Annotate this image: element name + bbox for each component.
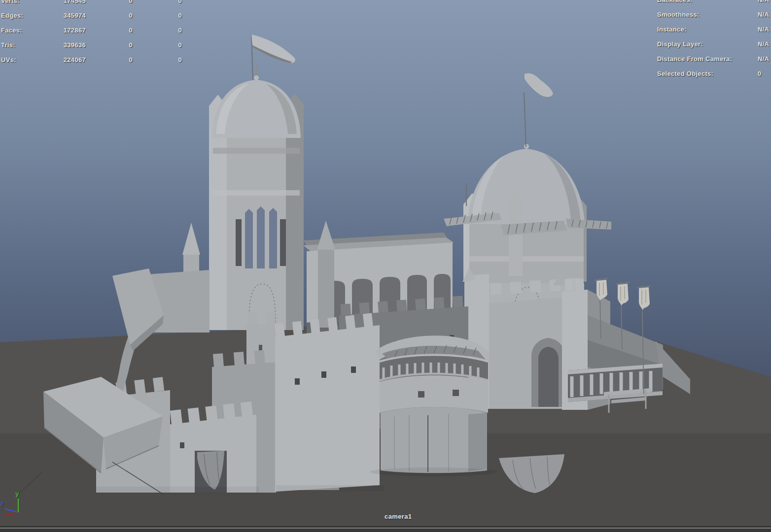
hud-row-distance: Distance From Camera: N/A [657, 52, 771, 66]
display-layer-value: N/A [758, 40, 769, 48]
tris-label: Tris: [1, 41, 15, 49]
edges-col2: 0 [109, 12, 133, 19]
viewport-edge-highlight [0, 528, 771, 529]
maya-viewport[interactable]: Verts: 174545 0 0 Edges: 345974 0 0 Face… [0, 0, 771, 532]
verts-label: Verts: [1, 0, 20, 4]
backfaces-value: N/A [758, 0, 769, 3]
camera-name-label: camera1 [385, 513, 412, 520]
round-bastion [376, 335, 489, 473]
axis-y-label: y [15, 490, 19, 498]
tris-value: 339636 [40, 41, 86, 49]
hud-row-selected-objects: Selected Objects: 0 [657, 66, 771, 81]
distance-from-camera-label: Distance From Camera: [657, 55, 732, 63]
hud-row-edges: Edges: 345974 0 0 [1, 8, 208, 23]
hud-row-uvs: UVs: 224067 0 0 [1, 53, 208, 67]
smoothness-value: N/A [758, 11, 769, 18]
verts-col3: 0 [159, 0, 182, 4]
instance-value: N/A [758, 26, 769, 33]
hud-object-details: Backfaces: N/A Smoothness: N/A Instance:… [657, 0, 771, 81]
uvs-value: 224067 [40, 56, 86, 64]
front-left-wall [275, 325, 380, 492]
axis-z-label: z [0, 500, 4, 507]
right-flag-pole [524, 93, 526, 147]
edges-col3: 0 [159, 12, 182, 19]
faces-label: Faces: [1, 27, 22, 34]
verts-col2: 0 [109, 0, 133, 4]
hud-row-smoothness: Smoothness: N/A [657, 7, 771, 22]
uvs-label: UVs: [1, 56, 16, 64]
uvs-col2: 0 [109, 56, 133, 64]
faces-col2: 0 [109, 27, 133, 34]
distance-from-camera-value: N/A [758, 55, 769, 63]
tris-col3: 0 [159, 41, 182, 49]
left-tower [209, 34, 304, 330]
faces-value: 172867 [40, 27, 86, 34]
selected-objects-label: Selected Objects: [657, 70, 713, 77]
hud-row-display-layer: Display Layer: N/A [657, 37, 771, 52]
hud-poly-count: Verts: 174545 0 0 Edges: 345974 0 0 Face… [1, 0, 208, 72]
uvs-col3: 0 [159, 56, 182, 64]
faces-col3: 0 [159, 27, 182, 34]
hud-row-tris: Tris: 339636 0 0 [1, 38, 208, 53]
hud-row-backfaces: Backfaces: N/A [657, 0, 771, 7]
hud-row-faces: Faces: 172867 0 0 [1, 23, 208, 38]
display-layer-label: Display Layer: [657, 40, 703, 48]
smoothness-label: Smoothness: [657, 11, 700, 18]
right-flag-pennant [525, 73, 553, 97]
instance-label: Instance: [657, 26, 687, 33]
viewport-bottom-edge [0, 526, 771, 532]
tris-col2: 0 [109, 41, 133, 49]
edges-label: Edges: [1, 12, 23, 19]
edges-value: 345974 [40, 12, 86, 19]
gate-arch-opening [538, 347, 559, 407]
viewport-canvas[interactable] [0, 0, 771, 532]
verts-value: 174545 [40, 0, 86, 4]
hud-row-instance: Instance: N/A [657, 22, 771, 37]
backfaces-label: Backfaces: [657, 0, 693, 3]
hud-row-verts: Verts: 174545 0 0 [1, 0, 208, 8]
selected-objects-value: 0 [758, 70, 762, 77]
